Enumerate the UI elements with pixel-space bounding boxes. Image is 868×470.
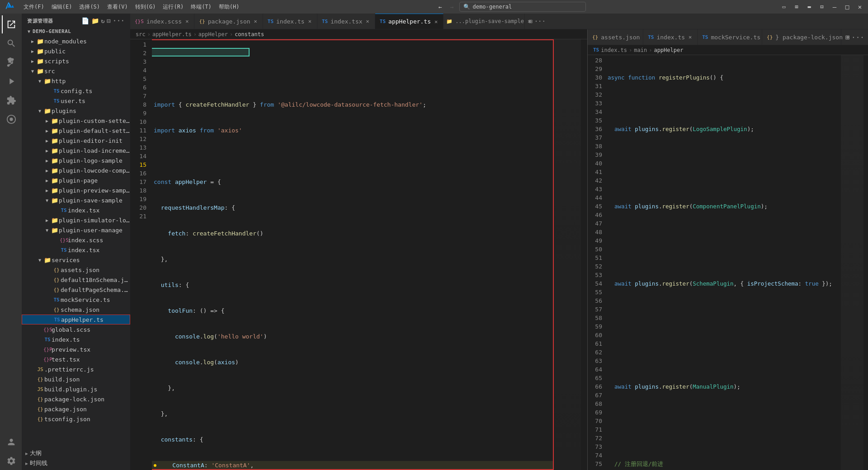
tree-root[interactable]: ▼ DEMO-GENERAL bbox=[22, 26, 130, 36]
timeline-section[interactable]: ▶ 时间线 bbox=[22, 458, 130, 468]
breadcrumb-index[interactable]: index.ts bbox=[601, 47, 627, 53]
nav-forward-button[interactable]: → bbox=[448, 3, 457, 11]
source-control-activity-icon[interactable] bbox=[2, 53, 20, 71]
menu-help[interactable]: 帮助(H) bbox=[216, 2, 242, 12]
tab-close[interactable]: ✕ bbox=[184, 18, 189, 25]
outline-section[interactable]: ▶ 大纲 bbox=[22, 448, 130, 458]
breadcrumb-main[interactable]: main bbox=[634, 47, 647, 53]
tab-index-tsx[interactable]: TS index.tsx ✕ bbox=[317, 14, 375, 29]
collapse-icon[interactable]: ⊟ bbox=[107, 17, 111, 24]
search-box[interactable]: 🔍 demo-general bbox=[459, 2, 586, 12]
tree-plugin-load[interactable]: ▶ 📁 plugin-load-incremental-assets-w... bbox=[22, 146, 130, 155]
menu-edit[interactable]: 编辑(E) bbox=[49, 2, 75, 12]
tree-default-page[interactable]: ▶ {} defaultPageSchema.json bbox=[22, 285, 130, 295]
tree-services[interactable]: ▼ 📁 services bbox=[22, 255, 130, 265]
menu-select[interactable]: 选择(S) bbox=[76, 2, 103, 12]
layout-icon[interactable]: ▭ bbox=[779, 2, 788, 11]
maximize-button[interactable]: □ bbox=[843, 2, 852, 11]
menu-terminal[interactable]: 终端(T) bbox=[188, 2, 214, 12]
tree-plugin-lowcode[interactable]: ▶ 📁 plugin-lowcode-component bbox=[22, 165, 130, 175]
tree-plugin-custom[interactable]: ▶ 📁 plugin-custom-setter-sample bbox=[22, 116, 130, 126]
tree-build-json[interactable]: ▶ {} build.json bbox=[22, 374, 130, 384]
tree-node-modules[interactable]: ▶ 📁 node_modules bbox=[22, 36, 130, 46]
run-activity-icon[interactable] bbox=[2, 72, 20, 90]
tree-build-plugin[interactable]: ▶ JS build.plugin.js bbox=[22, 384, 130, 394]
tree-plugin-save[interactable]: ▼ 📁 plugin-save-sample bbox=[22, 195, 130, 205]
tree-schema-json[interactable]: ▶ {} schema.json bbox=[22, 305, 130, 315]
nav-back-button[interactable]: ← bbox=[436, 3, 445, 11]
breadcrumb-src[interactable]: src bbox=[136, 31, 146, 38]
remote-activity-icon[interactable] bbox=[2, 110, 20, 128]
tab-apphelper-ts[interactable]: TS appHelper.ts ✕ bbox=[375, 14, 443, 29]
account-activity-icon[interactable] bbox=[2, 433, 20, 451]
tab-close[interactable]: ✕ bbox=[688, 33, 693, 41]
tree-plugin-preview[interactable]: ▶ 📁 plugin-preview-sample bbox=[22, 185, 130, 195]
new-file-icon[interactable]: 📄 bbox=[81, 17, 90, 24]
breadcrumb-apphelper-var[interactable]: appHelper bbox=[198, 31, 228, 38]
tree-package-json[interactable]: ▶ {} package.json bbox=[22, 404, 130, 414]
editor-scrollbar-left[interactable] bbox=[581, 39, 587, 470]
more-icon[interactable]: ··· bbox=[113, 17, 125, 24]
breadcrumb-constants[interactable]: constants bbox=[235, 31, 264, 38]
tree-index-tsx-user[interactable]: ▶ TS index.tsx bbox=[22, 245, 130, 255]
explorer-activity-icon[interactable] bbox=[2, 15, 20, 33]
code-content-left[interactable]: import { createFetchHandler } from '@ali… bbox=[152, 39, 554, 470]
menu-view[interactable]: 查看(V) bbox=[104, 2, 131, 12]
tree-index-tsx-save[interactable]: ▶ TS index.tsx bbox=[22, 205, 130, 215]
code-content-right[interactable]: async function registerPlugins() { await… bbox=[606, 55, 841, 470]
settings-activity-icon[interactable] bbox=[2, 452, 20, 470]
grid-icon[interactable]: ⊟ bbox=[817, 2, 826, 11]
extensions-activity-icon[interactable] bbox=[2, 91, 20, 109]
panel-icon[interactable]: ▬ bbox=[805, 2, 814, 11]
new-folder-icon[interactable]: 📁 bbox=[91, 17, 99, 24]
right-split-icon[interactable]: ⊞ bbox=[845, 33, 849, 42]
editor-scrollbar-right[interactable] bbox=[863, 55, 868, 470]
tab-pkg-lock[interactable]: {} } package-lock.json ✕ bbox=[762, 29, 841, 45]
tab-index-ts[interactable]: TS index.ts ✕ bbox=[263, 14, 317, 29]
split-icon[interactable]: ⊞ bbox=[792, 2, 801, 11]
search-activity-icon[interactable] bbox=[2, 34, 20, 52]
tree-plugin-page[interactable]: ▶ 📁 plugin-page bbox=[22, 175, 130, 185]
tab-assets-json[interactable]: {} assets.json ✕ bbox=[588, 29, 643, 45]
tree-src[interactable]: ▼ 📁 src bbox=[22, 66, 130, 76]
tree-scripts[interactable]: ▶ 📁 scripts bbox=[22, 56, 130, 66]
breadcrumb-apphelper-right[interactable]: appHelper bbox=[654, 47, 683, 53]
tree-config-ts[interactable]: ▶ TS config.ts bbox=[22, 86, 130, 96]
tree-plugin-simulator[interactable]: ▶ 📁 plugin-simulator-locale bbox=[22, 215, 130, 225]
tree-global-scss[interactable]: ▶ {}S global.scss bbox=[22, 324, 130, 334]
tab-index-scss[interactable]: {}S index.scss ✕ bbox=[130, 14, 194, 29]
tab-close[interactable]: ✕ bbox=[253, 18, 258, 25]
tree-http[interactable]: ▼ 📁 http bbox=[22, 76, 130, 86]
tree-plugin-user[interactable]: ▼ 📁 plugin-user-manage bbox=[22, 225, 130, 235]
tab-plugin-save[interactable]: 📁 ...plugin-save-sample ✕ bbox=[443, 14, 525, 29]
menu-file[interactable]: 文件(F) bbox=[21, 2, 47, 12]
tree-tsconfig[interactable]: ▶ {} tsconfig.json bbox=[22, 414, 130, 424]
close-button[interactable]: ✕ bbox=[855, 2, 864, 11]
tree-public[interactable]: ▶ 📁 public bbox=[22, 46, 130, 56]
tree-plugin-editor[interactable]: ▶ 📁 plugin-editor-init bbox=[22, 136, 130, 146]
tab-close-active[interactable]: ✕ bbox=[434, 18, 439, 25]
menu-run[interactable]: 运行(R) bbox=[160, 2, 186, 12]
tree-assets-json[interactable]: ▶ {} assets.json bbox=[22, 265, 130, 275]
tree-prettierrc[interactable]: ▶ JS .prettierrc.js bbox=[22, 364, 130, 374]
tab-mockservice[interactable]: TS mockService.ts ✕ bbox=[698, 29, 762, 45]
tab-split-action[interactable]: ⊞ ··· bbox=[525, 14, 549, 29]
right-overflow-icon[interactable]: ··· bbox=[851, 33, 864, 42]
tab-package-json[interactable]: {} package.json ✕ bbox=[194, 14, 263, 29]
tree-test-tsx[interactable]: ▶ {}P test.tsx bbox=[22, 354, 130, 364]
tree-mockservice[interactable]: ▶ TS mockService.ts bbox=[22, 295, 130, 305]
right-tab-actions[interactable]: ⊞ ··· bbox=[841, 29, 868, 45]
tab-overflow-icon[interactable]: ··· bbox=[534, 18, 546, 25]
split-editor-icon[interactable]: ⊞ bbox=[528, 18, 532, 25]
tree-plugin-logo[interactable]: ▶ 📁 plugin-logo-sample bbox=[22, 155, 130, 165]
tree-apphelper-ts[interactable]: ▶ TS appHelper.ts bbox=[22, 315, 130, 324]
tree-plugin-default[interactable]: ▶ 📁 plugin-default-setters-registry bbox=[22, 126, 130, 136]
tree-plugins[interactable]: ▼ 📁 plugins bbox=[22, 106, 130, 116]
tree-index-ts[interactable]: ▶ TS index.ts bbox=[22, 334, 130, 344]
tree-user-ts[interactable]: ▶ TS user.ts bbox=[22, 96, 130, 106]
tree-default18n[interactable]: ▶ {} default18nSchema.json bbox=[22, 275, 130, 285]
tab-close[interactable]: ✕ bbox=[307, 18, 312, 25]
tree-preview-tsx[interactable]: ▶ {}P preview.tsx bbox=[22, 344, 130, 354]
tab-index-ts-right[interactable]: TS index.ts ✕ bbox=[643, 29, 698, 45]
breadcrumb-apphelper[interactable]: appHelper.ts bbox=[152, 31, 192, 38]
